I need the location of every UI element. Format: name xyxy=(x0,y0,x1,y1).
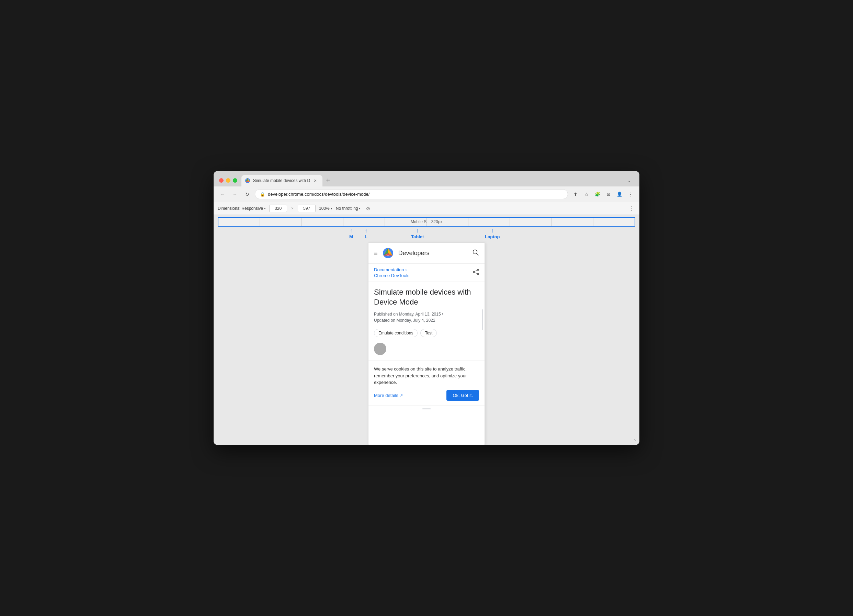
cookie-banner: We serve cookies on this site to analyze… xyxy=(369,361,484,405)
more-button[interactable]: ⋮ xyxy=(626,190,635,199)
tab-overflow-button[interactable]: ⌄ xyxy=(625,174,634,187)
hamburger-icon[interactable]: ≡ xyxy=(374,250,378,257)
dimensions-triangle-icon: ▾ xyxy=(264,207,266,210)
site-header: ≡ Developers xyxy=(369,243,484,264)
tag-test[interactable]: Test xyxy=(420,329,437,337)
lock-icon: 🔒 xyxy=(260,192,265,197)
cast-icon: ⊡ xyxy=(607,192,610,197)
forward-button[interactable]: → xyxy=(230,190,240,199)
ok-got-it-button[interactable]: Ok, Got it. xyxy=(446,390,479,401)
throttle-label: No throttling xyxy=(336,206,358,211)
back-button[interactable]: ← xyxy=(218,190,227,199)
minimize-button[interactable] xyxy=(226,178,231,183)
scrollbar[interactable] xyxy=(482,310,483,330)
breadcrumb: Documentation › Chrome DevTools xyxy=(374,267,409,278)
svg-point-10 xyxy=(477,273,479,275)
nav-actions: ⬆ ☆ 🧩 ⊡ 👤 ⋮ xyxy=(571,190,635,199)
extensions-icon: 🧩 xyxy=(595,191,600,197)
laptop-arrow-icon: ↑ xyxy=(491,228,494,234)
devtools-more-button[interactable]: ⋮ xyxy=(627,205,635,212)
maximize-button[interactable] xyxy=(233,178,237,183)
cookie-actions: More details ↗ Ok, Got it. xyxy=(374,390,479,401)
mobile-frame: ≡ Developers xyxy=(368,243,485,445)
width-input[interactable] xyxy=(269,205,287,212)
l-arrow-icon: ↑ xyxy=(365,228,367,234)
device-ruler-wrapper: Mobile S – 320px ↑ M ↑ L ↑ Tablet ↑ Lapt… xyxy=(214,217,639,239)
forward-icon: → xyxy=(232,191,237,197)
breakpoint-L[interactable]: ↑ L xyxy=(365,228,367,239)
more-details-text: More details xyxy=(374,393,398,398)
active-tab[interactable]: Simulate mobile devices with D × xyxy=(241,175,322,187)
share-button[interactable]: ⬆ xyxy=(571,190,580,199)
bookmark-button[interactable]: ☆ xyxy=(582,190,591,199)
breakpoints-row: ↑ M ↑ L ↑ Tablet ↑ Laptop xyxy=(214,227,639,239)
breakpoint-M[interactable]: ↑ M xyxy=(349,228,353,239)
article-body: Simulate mobile devices with Device Mode… xyxy=(369,282,484,361)
breadcrumb-separator-icon: › xyxy=(405,267,407,272)
profile-button[interactable]: 👤 xyxy=(615,190,624,199)
tablet-label: Tablet xyxy=(411,234,424,239)
reload-icon: ↻ xyxy=(245,191,249,197)
profile-icon: 👤 xyxy=(617,191,622,197)
tab-favicon-icon xyxy=(245,178,250,184)
article-meta: Published on Monday, April 13, 2015 • Up… xyxy=(374,311,479,323)
breadcrumb-doc-text: Documentation xyxy=(374,267,404,272)
close-button[interactable] xyxy=(219,178,223,183)
title-bar: Simulate mobile devices with D × + ⌄ xyxy=(214,171,639,187)
cookie-text: We serve cookies on this site to analyze… xyxy=(374,366,479,386)
published-date: Published on Monday, April 13, 2015 • xyxy=(374,311,479,317)
updated-date: Updated on Monday, July 4, 2022 xyxy=(374,317,479,323)
dimensions-label: Dimensions: Responsive xyxy=(218,206,263,211)
new-tab-button[interactable]: + xyxy=(322,174,334,187)
devtools-toolbar: Dimensions: Responsive ▾ × 100% ▾ No thr… xyxy=(214,202,639,215)
article-title: Simulate mobile devices with Device Mode xyxy=(374,287,479,307)
zoom-label: 100% xyxy=(319,206,330,211)
more-details-link[interactable]: More details ↗ xyxy=(374,393,403,398)
tag-emulate-conditions[interactable]: Emulate conditions xyxy=(374,329,417,337)
drag-handle-icon xyxy=(422,408,431,410)
tab-title-text: Simulate mobile devices with D xyxy=(253,178,310,183)
reload-button[interactable]: ↻ xyxy=(243,190,252,199)
svg-line-11 xyxy=(475,270,477,272)
traffic-lights xyxy=(219,178,237,183)
url-text: developer.chrome.com/docs/devtools/devic… xyxy=(268,191,563,197)
back-icon: ← xyxy=(220,191,225,197)
zoom-dropdown[interactable]: 100% ▾ xyxy=(319,206,332,211)
breakpoint-Laptop[interactable]: ↑ Laptop xyxy=(485,228,499,239)
throttle-triangle-icon: ▾ xyxy=(359,207,361,210)
l-label: L xyxy=(365,234,367,239)
dimension-separator: × xyxy=(291,206,294,211)
author-avatar xyxy=(374,343,386,355)
breadcrumb-item-documentation[interactable]: Documentation › xyxy=(374,267,409,272)
svg-line-7 xyxy=(477,253,478,255)
navigation-bar: ← → ↻ 🔒 developer.chrome.com/docs/devtoo… xyxy=(214,187,639,202)
chrome-logo-icon xyxy=(382,247,393,259)
dimensions-group: Dimensions: Responsive ▾ xyxy=(218,206,266,211)
dimensions-dropdown[interactable]: Dimensions: Responsive ▾ xyxy=(218,206,266,211)
svg-point-8 xyxy=(473,271,475,273)
tabs-area: Simulate mobile devices with D × + ⌄ xyxy=(241,174,634,187)
sensors-button[interactable]: ⊘ xyxy=(364,204,372,212)
address-bar[interactable]: 🔒 developer.chrome.com/docs/devtools/dev… xyxy=(255,189,568,199)
search-icon[interactable] xyxy=(472,249,479,258)
svg-line-12 xyxy=(475,273,477,274)
throttle-dropdown[interactable]: No throttling ▾ xyxy=(336,206,361,211)
external-link-icon: ↗ xyxy=(400,393,403,398)
browser-window: Simulate mobile devices with D × + ⌄ ← →… xyxy=(214,171,639,445)
cast-button[interactable]: ⊡ xyxy=(604,190,613,199)
extensions-button[interactable]: 🧩 xyxy=(593,190,602,199)
zoom-triangle-icon: ▾ xyxy=(331,207,332,210)
height-input[interactable] xyxy=(298,205,316,212)
tab-close-button[interactable]: × xyxy=(313,178,318,184)
breadcrumb-item-devtools[interactable]: Chrome DevTools xyxy=(374,273,409,278)
share-article-icon[interactable] xyxy=(473,269,479,276)
m-label: M xyxy=(349,234,353,239)
tags-row: Emulate conditions Test xyxy=(374,329,479,337)
m-arrow-icon: ↑ xyxy=(349,228,352,234)
content-area: ≡ Developers xyxy=(214,239,639,445)
site-name-text: Developers xyxy=(398,250,467,257)
bottom-handle xyxy=(369,405,484,413)
resize-corner-icon[interactable]: ⤡ xyxy=(634,438,637,442)
breadcrumb-row: Documentation › Chrome DevTools xyxy=(369,264,484,282)
breakpoint-Tablet[interactable]: ↑ Tablet xyxy=(411,228,424,239)
